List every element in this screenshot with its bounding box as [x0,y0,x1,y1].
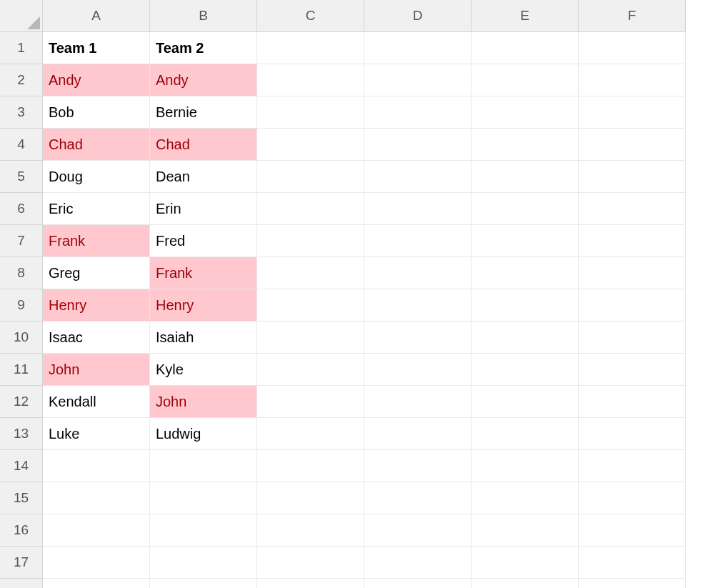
cell-D17[interactable] [364,547,472,579]
cell-F12[interactable] [579,386,686,418]
row-header-11[interactable]: 11 [0,354,43,386]
col-header-E[interactable]: E [472,0,579,32]
cell-C3[interactable] [257,96,364,129]
cell-A15[interactable] [43,482,150,514]
cell-A4[interactable]: Chad [43,129,150,161]
cell-B1[interactable]: Team 2 [150,32,257,64]
cell-B10[interactable]: Isaiah [150,322,257,354]
cell-E3[interactable] [472,96,579,129]
row-header-17[interactable]: 17 [0,547,43,579]
cell-F16[interactable] [579,514,686,547]
cell-D2[interactable] [364,64,472,96]
cell-C18[interactable] [257,579,364,588]
cell-A8[interactable]: Greg [43,257,150,289]
cell-D9[interactable] [364,289,472,322]
cell-F15[interactable] [579,482,686,514]
cell-A3[interactable]: Bob [43,96,150,129]
col-header-A[interactable]: A [43,0,150,32]
select-all-corner[interactable] [0,0,43,32]
row-header-8[interactable]: 8 [0,257,43,289]
cell-E7[interactable] [472,225,579,257]
cell-E17[interactable] [472,547,579,579]
cell-E15[interactable] [472,482,579,514]
cell-F10[interactable] [579,322,686,354]
cell-D1[interactable] [364,32,472,64]
cell-A18[interactable] [43,579,150,588]
row-header-15[interactable]: 15 [0,482,43,514]
cell-A11[interactable]: John [43,354,150,386]
cell-D10[interactable] [364,322,472,354]
row-header-4[interactable]: 4 [0,129,43,161]
cell-A17[interactable] [43,547,150,579]
cell-A5[interactable]: Doug [43,161,150,193]
cell-C15[interactable] [257,482,364,514]
cell-E9[interactable] [472,289,579,322]
cell-E1[interactable] [472,32,579,64]
cell-C6[interactable] [257,193,364,225]
cell-A12[interactable]: Kendall [43,386,150,418]
row-header-6[interactable]: 6 [0,193,43,225]
row-header-14[interactable]: 14 [0,450,43,482]
cell-E14[interactable] [472,450,579,482]
row-header-3[interactable]: 3 [0,96,43,129]
col-header-F[interactable]: F [579,0,686,32]
cell-C1[interactable] [257,32,364,64]
cell-E5[interactable] [472,161,579,193]
cell-C17[interactable] [257,547,364,579]
cell-F13[interactable] [579,418,686,450]
row-header-7[interactable]: 7 [0,225,43,257]
cell-D5[interactable] [364,161,472,193]
row-header-10[interactable]: 10 [0,322,43,354]
cell-B3[interactable]: Bernie [150,96,257,129]
cell-F3[interactable] [579,96,686,129]
cell-B7[interactable]: Fred [150,225,257,257]
cell-F6[interactable] [579,193,686,225]
cell-B11[interactable]: Kyle [150,354,257,386]
cell-B12[interactable]: John [150,386,257,418]
cell-B6[interactable]: Erin [150,193,257,225]
cell-E18[interactable] [472,579,579,588]
col-header-C[interactable]: C [257,0,364,32]
cell-F4[interactable] [579,129,686,161]
cell-D3[interactable] [364,96,472,129]
col-header-B[interactable]: B [150,0,257,32]
cell-F2[interactable] [579,64,686,96]
cell-E10[interactable] [472,322,579,354]
cell-B8[interactable]: Frank [150,257,257,289]
cell-D4[interactable] [364,129,472,161]
cell-E4[interactable] [472,129,579,161]
cell-D15[interactable] [364,482,472,514]
cell-E13[interactable] [472,418,579,450]
row-header-12[interactable]: 12 [0,386,43,418]
cell-C9[interactable] [257,289,364,322]
cell-A14[interactable] [43,450,150,482]
cell-F7[interactable] [579,225,686,257]
row-header-5[interactable]: 5 [0,161,43,193]
cell-C11[interactable] [257,354,364,386]
cell-E11[interactable] [472,354,579,386]
cell-B5[interactable]: Dean [150,161,257,193]
cell-C12[interactable] [257,386,364,418]
cell-F14[interactable] [579,450,686,482]
cell-D11[interactable] [364,354,472,386]
cell-D12[interactable] [364,386,472,418]
cell-B16[interactable] [150,514,257,547]
cell-B13[interactable]: Ludwig [150,418,257,450]
cell-C14[interactable] [257,450,364,482]
cell-E6[interactable] [472,193,579,225]
cell-A13[interactable]: Luke [43,418,150,450]
cell-B17[interactable] [150,547,257,579]
cell-C8[interactable] [257,257,364,289]
cell-A16[interactable] [43,514,150,547]
cell-D7[interactable] [364,225,472,257]
cell-C2[interactable] [257,64,364,96]
cell-B14[interactable] [150,450,257,482]
cell-F18[interactable] [579,579,686,588]
cell-C10[interactable] [257,322,364,354]
cell-A1[interactable]: Team 1 [43,32,150,64]
cell-F11[interactable] [579,354,686,386]
cell-D16[interactable] [364,514,472,547]
cell-E2[interactable] [472,64,579,96]
cell-E16[interactable] [472,514,579,547]
cell-C16[interactable] [257,514,364,547]
